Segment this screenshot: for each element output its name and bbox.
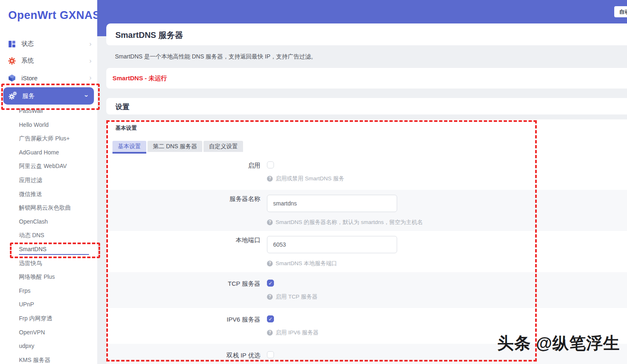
auto-refresh-button[interactable]: 自动 bbox=[614, 6, 627, 17]
field-label: 启用 bbox=[106, 161, 260, 182]
form-row: 服务器名称?SmartDNS 的服务器名称，默认为 smartdns，留空为主机… bbox=[106, 190, 627, 231]
sidebar-item-label: 系统 bbox=[21, 57, 34, 65]
help-text: 启用 TCP 服务器 bbox=[276, 293, 318, 301]
help-line: ?启用 IPV6 服务器 bbox=[267, 329, 318, 336]
status-card: SmartDNS - 未运行 bbox=[106, 68, 627, 89]
sidebar-subitem-11[interactable]: 迅雷快鸟 bbox=[0, 257, 97, 271]
sidebar-subitem-13[interactable]: Frps bbox=[0, 284, 97, 298]
question-icon: ? bbox=[267, 176, 273, 182]
page-description: SmartDNS 是一个本地高性能 DNS 服务器，支持返回最快 IP，支持广告… bbox=[115, 53, 316, 61]
tab-2[interactable]: 自定义设置 bbox=[204, 141, 243, 152]
field-control bbox=[267, 351, 274, 359]
field-control: ?SmartDNS 的服务器名称，默认为 smartdns，留空为主机名 bbox=[267, 195, 423, 226]
settings-card: 设置 bbox=[106, 98, 627, 114]
checkbox[interactable] bbox=[267, 351, 274, 358]
sidebar-subitem-17[interactable]: udpxy bbox=[0, 339, 97, 353]
sidebar-subitem-12[interactable]: 网络唤醒 Plus bbox=[0, 270, 97, 284]
sidebar-subitem-10[interactable]: SmartDNS bbox=[0, 243, 97, 257]
help-text: SmartDNS 的服务器名称，默认为 smartdns，留空为主机名 bbox=[276, 219, 423, 226]
chevron-right-icon: › bbox=[89, 41, 91, 47]
sidebar-subitem-7[interactable]: 解锁网易云灰色歌曲 bbox=[0, 201, 97, 215]
sidebar-subitem-2[interactable]: 广告屏蔽大师 Plus+ bbox=[0, 132, 97, 146]
question-icon: ? bbox=[267, 330, 273, 336]
section-title: 设置 bbox=[106, 98, 627, 112]
form-row: TCP 服务器?启用 TCP 服务器 bbox=[106, 272, 627, 308]
sidebar-item-label: 服务 bbox=[22, 92, 35, 100]
settings-tabs: 基本设置第二 DNS 服务器自定义设置 bbox=[112, 141, 627, 152]
sidebar-nav: 状态 › bbox=[0, 35, 97, 86]
chevron-down-icon: › bbox=[83, 95, 89, 97]
field-control: ?启用 IPV6 服务器 bbox=[267, 315, 318, 336]
field-control: ?启用 TCP 服务器 bbox=[267, 280, 318, 301]
chevron-right-icon: › bbox=[89, 75, 91, 81]
sidebar-subitem-4[interactable]: 阿里云盘 WebDAV bbox=[0, 159, 97, 173]
checkbox[interactable] bbox=[267, 161, 274, 168]
settings-form-card: 基本设置 基本设置第二 DNS 服务器自定义设置 启用?启用或禁用 SmartD… bbox=[106, 119, 627, 364]
sidebar-subitem-5[interactable]: 应用过滤 bbox=[0, 173, 97, 187]
sidebar-subitem-18[interactable]: KMS 服务器 bbox=[0, 353, 97, 364]
sidebar-subitem-15[interactable]: Frp 内网穿透 bbox=[0, 312, 97, 326]
field-label: 服务器名称 bbox=[106, 195, 260, 226]
app-root: 自动 OpenWrt GXNAS 状态 › bbox=[0, 0, 627, 364]
sidebar-subitem-16[interactable]: OpenVPN bbox=[0, 326, 97, 340]
watermark: 头条 @纵笔浮生 bbox=[497, 332, 620, 355]
gears-icon bbox=[9, 92, 17, 100]
sidebar-item-label: 状态 bbox=[21, 40, 34, 48]
checkbox[interactable] bbox=[267, 280, 274, 287]
question-icon: ? bbox=[267, 261, 273, 266]
sidebar-subitem-9[interactable]: 动态 DNS bbox=[0, 229, 97, 243]
sidebar-subitem-6[interactable]: 微信推送 bbox=[0, 187, 97, 201]
help-line: ?启用或禁用 SmartDNS 服务 bbox=[267, 175, 344, 182]
help-text: 启用或禁用 SmartDNS 服务 bbox=[276, 175, 344, 182]
sidebar-item-istore[interactable]: iStore › bbox=[0, 70, 97, 86]
form-row: 启用?启用或禁用 SmartDNS 服务 bbox=[106, 154, 627, 190]
sidebar-item-services[interactable]: 服务 › bbox=[3, 87, 94, 105]
page-title: SmartDNS 服务器 bbox=[106, 23, 627, 41]
tab-1[interactable]: 第二 DNS 服务器 bbox=[147, 141, 202, 152]
help-text: SmartDNS 本地服务端口 bbox=[276, 260, 337, 267]
field-label: IPV6 服务器 bbox=[106, 315, 260, 336]
help-line: ?SmartDNS 本地服务端口 bbox=[267, 260, 397, 267]
sidebar-item-status[interactable]: 状态 › bbox=[0, 35, 97, 52]
service-status-badge: SmartDNS - 未运行 bbox=[106, 68, 627, 82]
sidebar: OpenWrt GXNAS 状态 › bbox=[0, 0, 97, 364]
form-group-label: 基本设置 bbox=[106, 119, 627, 132]
sidebar-subitem-8[interactable]: OpenClash bbox=[0, 215, 97, 229]
page-header-card: SmartDNS 服务器 bbox=[106, 23, 627, 45]
field-label: 本地端口 bbox=[106, 236, 260, 267]
sidebar-item-label: iStore bbox=[21, 75, 37, 82]
sidebar-subitem-1[interactable]: Hello World bbox=[0, 118, 97, 132]
field-control: ?SmartDNS 本地服务端口 bbox=[267, 236, 397, 267]
form-row: 本地端口?SmartDNS 本地服务端口 bbox=[106, 231, 627, 272]
chevron-right-icon: › bbox=[89, 58, 91, 64]
question-icon: ? bbox=[267, 219, 273, 225]
help-line: ?SmartDNS 的服务器名称，默认为 smartdns，留空为主机名 bbox=[267, 219, 423, 226]
help-line: ?启用 TCP 服务器 bbox=[267, 293, 318, 301]
text-input[interactable] bbox=[267, 236, 397, 253]
tab-0[interactable]: 基本设置 bbox=[112, 141, 146, 152]
checkbox[interactable] bbox=[267, 315, 274, 322]
question-icon: ? bbox=[267, 294, 273, 300]
sidebar-item-system[interactable]: 系统 › bbox=[0, 52, 97, 69]
field-label: TCP 服务器 bbox=[106, 280, 260, 301]
sidebar-subitem-3[interactable]: AdGuard Home bbox=[0, 146, 97, 160]
sidebar-subitem-14[interactable]: UPnP bbox=[0, 298, 97, 312]
text-input[interactable] bbox=[267, 195, 397, 212]
grid-icon bbox=[8, 40, 16, 48]
help-text: 启用 IPV6 服务器 bbox=[276, 329, 318, 336]
gear-icon bbox=[8, 57, 16, 65]
cube-icon bbox=[8, 74, 16, 82]
app-logo: OpenWrt GXNAS bbox=[8, 9, 97, 22]
sidebar-submenu: PassWallHello World广告屏蔽大师 Plus+AdGuard H… bbox=[0, 104, 97, 364]
sidebar-subitem-0[interactable]: PassWall bbox=[0, 104, 97, 118]
field-label: 双栈 IP 优选 bbox=[106, 351, 260, 359]
field-control: ?启用或禁用 SmartDNS 服务 bbox=[267, 161, 344, 182]
